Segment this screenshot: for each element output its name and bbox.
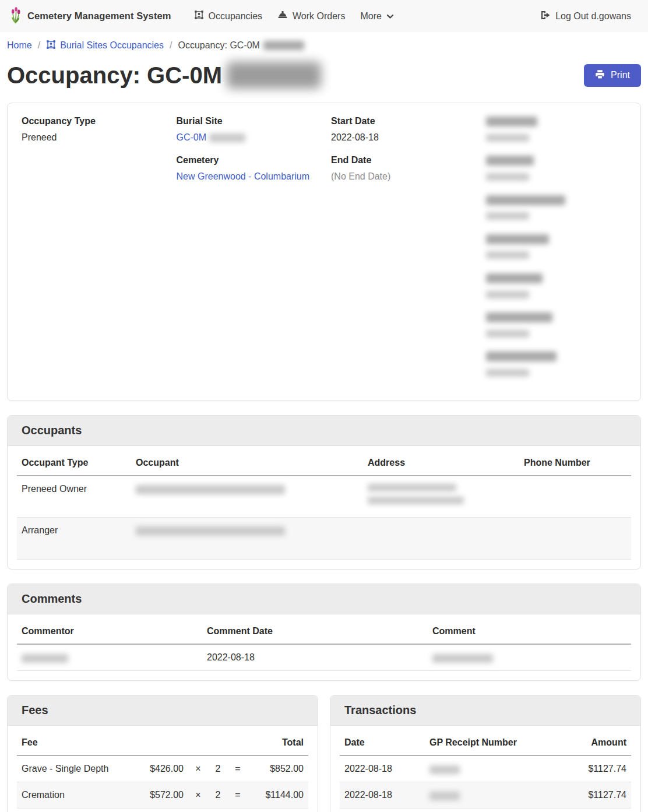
redacted-text bbox=[368, 497, 464, 504]
app-title: Cemetery Management System bbox=[27, 10, 171, 22]
redacted-text bbox=[136, 526, 285, 536]
occupancy-type-label: Occupancy Type bbox=[22, 115, 163, 128]
page-header: Occupancy: GC-0M Print bbox=[7, 59, 641, 91]
cemetery-label: Cemetery bbox=[177, 154, 318, 167]
transaction-date: 2022-08-18 bbox=[340, 755, 425, 782]
transactions-header-amount: Amount bbox=[561, 730, 631, 755]
fee-total: $852.00 bbox=[248, 755, 308, 782]
fee-name: Grave - Single Depth bbox=[17, 755, 135, 782]
fees-table: Fee Total Grave - Single Depth $426.00 ×… bbox=[17, 730, 308, 812]
burial-site-label: Burial Site bbox=[177, 115, 318, 128]
redacted-value bbox=[486, 212, 529, 220]
redacted-text bbox=[429, 765, 460, 774]
transactions-card: Transactions Date GP Receipt Number Amou… bbox=[330, 695, 641, 812]
breadcrumb-occupancies-label: Burial Sites Occupancies bbox=[60, 40, 164, 51]
details-column-3: Start Date 2022-08-18 End Date (No End D… bbox=[331, 115, 472, 389]
fee-quantity: 2 bbox=[208, 755, 228, 782]
logout-icon bbox=[540, 10, 551, 22]
table-row: Preneed Owner bbox=[17, 476, 631, 518]
redacted-value bbox=[486, 369, 529, 377]
logout-button[interactable]: Log Out d.gowans bbox=[533, 6, 639, 27]
table-row: Grave - Single Depth $426.00 × 2 = $852.… bbox=[17, 755, 308, 782]
fee-unit-price: $426.00 bbox=[135, 755, 188, 782]
redacted-label bbox=[486, 117, 537, 126]
print-button[interactable]: Print bbox=[584, 64, 641, 87]
burial-site-link[interactable]: GC-0M bbox=[177, 132, 245, 142]
redacted-text bbox=[136, 485, 285, 494]
top-navbar: Cemetery Management System Occupancies bbox=[0, 0, 648, 32]
occupancy-type-value: Preneed bbox=[22, 131, 163, 144]
nav-occupancies-label: Occupancies bbox=[209, 11, 263, 22]
comments-title: Comments bbox=[8, 584, 640, 614]
redacted-value bbox=[486, 291, 529, 298]
redacted-text bbox=[209, 133, 245, 142]
hard-hat-icon bbox=[277, 10, 288, 22]
occupants-header-occupant: Occupant bbox=[131, 451, 363, 476]
occupancy-frame-person-icon bbox=[46, 40, 56, 52]
fees-card: Fees Fee Total Grave - Single Depth bbox=[7, 695, 318, 812]
tulip-logo-icon bbox=[9, 6, 22, 26]
redacted-label bbox=[486, 156, 534, 166]
transaction-date: 2022-08-18 bbox=[340, 782, 425, 809]
table-row: Cremation $572.00 × 2 = $1144.00 bbox=[17, 782, 308, 809]
redacted-value bbox=[486, 330, 529, 338]
occupants-header-address: Address bbox=[363, 451, 519, 476]
start-date-value: 2022-08-18 bbox=[331, 131, 472, 144]
cemetery-link[interactable]: New Greenwood - Columbarium bbox=[177, 171, 310, 181]
occupants-table: Occupant Type Occupant Address Phone Num… bbox=[17, 451, 631, 560]
redacted-text bbox=[22, 654, 68, 663]
transactions-table: Date GP Receipt Number Amount 2022-08-18… bbox=[340, 730, 631, 809]
print-button-label: Print bbox=[611, 70, 630, 80]
redacted-label bbox=[486, 312, 552, 322]
breadcrumb-separator: / bbox=[170, 40, 172, 51]
redacted-value bbox=[486, 251, 529, 259]
redacted-text bbox=[432, 654, 493, 663]
fee-multiply-sign: × bbox=[188, 782, 208, 809]
redacted-text bbox=[368, 484, 456, 491]
fee-unit-price: $572.00 bbox=[135, 782, 188, 809]
details-column-2: Burial Site GC-0M Cemetery New Greenwood… bbox=[177, 115, 318, 389]
table-row: 2022-08-18 bbox=[17, 644, 631, 671]
redacted-label bbox=[486, 234, 549, 244]
comments-table: Commentor Comment Date Comment 2022-08-1… bbox=[17, 619, 631, 671]
breadcrumb-occupancies[interactable]: Burial Sites Occupancies bbox=[46, 40, 164, 52]
breadcrumb: Home / Burial Sites Occupancies / Occupa… bbox=[7, 37, 641, 54]
breadcrumb-home[interactable]: Home bbox=[7, 40, 32, 51]
nav-occupancies[interactable]: Occupancies bbox=[186, 5, 270, 27]
nav-more[interactable]: More bbox=[353, 6, 401, 26]
transaction-amount: $1127.74 bbox=[561, 755, 631, 782]
occupant-type: Preneed Owner bbox=[17, 476, 131, 518]
comments-header-comment: Comment bbox=[428, 619, 631, 644]
redacted-text bbox=[227, 62, 321, 89]
redacted-label bbox=[486, 273, 543, 283]
comments-header-date: Comment Date bbox=[202, 619, 428, 644]
transactions-header-receipt: GP Receipt Number bbox=[425, 730, 561, 755]
fee-total: $1144.00 bbox=[248, 782, 308, 809]
redacted-text bbox=[429, 792, 460, 800]
occupancy-frame-person-icon bbox=[194, 10, 204, 22]
details-column-1: Occupancy Type Preneed bbox=[22, 115, 163, 389]
transactions-header-date: Date bbox=[340, 730, 425, 755]
page-title: Occupancy: GC-0M bbox=[7, 59, 321, 91]
nav-work-orders[interactable]: Work Orders bbox=[270, 6, 353, 26]
end-date-value: (No End Date) bbox=[331, 170, 472, 183]
comment-date: 2022-08-18 bbox=[202, 644, 428, 671]
chevron-down-icon bbox=[386, 11, 394, 22]
occupants-header-type: Occupant Type bbox=[17, 451, 131, 476]
breadcrumb-current: Occupancy: GC-0M bbox=[178, 40, 304, 51]
occupants-title: Occupants bbox=[8, 416, 640, 446]
brand[interactable]: Cemetery Management System bbox=[9, 6, 171, 26]
details-column-4-redacted bbox=[486, 115, 627, 389]
redacted-value bbox=[486, 173, 529, 181]
fee-multiply-sign: × bbox=[188, 755, 208, 782]
comments-header-commentor: Commentor bbox=[17, 619, 202, 644]
occupants-card: Occupants Occupant Type Occupant Address… bbox=[7, 415, 641, 570]
redacted-label bbox=[486, 195, 565, 205]
transactions-title: Transactions bbox=[330, 695, 640, 726]
comments-card: Comments Commentor Comment Date Comment … bbox=[7, 583, 641, 681]
subtotal-row: Subtotal $1996.00 bbox=[17, 809, 308, 812]
end-date-label: End Date bbox=[331, 154, 472, 167]
occupant-type: Arranger bbox=[17, 518, 131, 560]
table-row: 2022-08-18 $1127.74 bbox=[340, 782, 631, 809]
subtotal-label: Subtotal bbox=[17, 809, 135, 812]
